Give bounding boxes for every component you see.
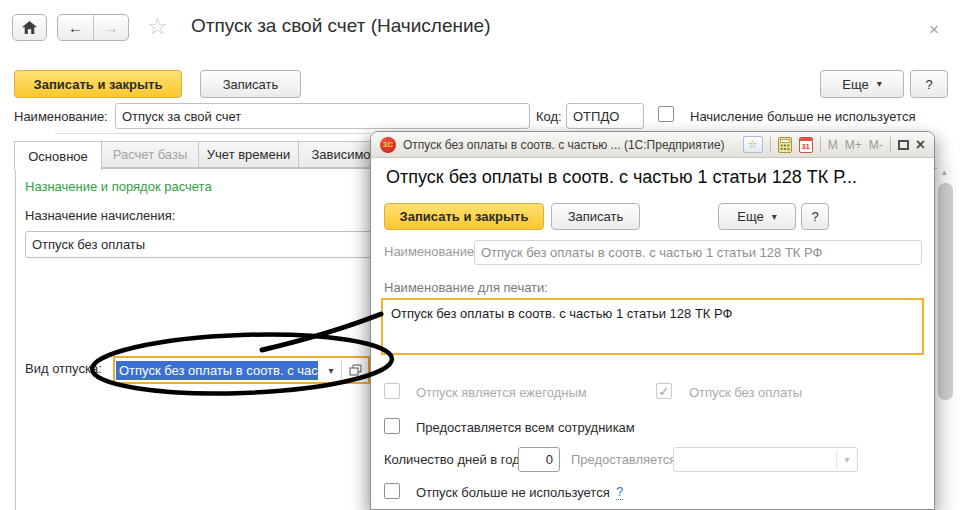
calendar-icon[interactable]: 31 [799,137,813,153]
provided-combobox: ▾ [673,447,858,472]
chevron-down-icon: ▾ [772,212,777,222]
forward-arrow-icon: → [104,19,119,36]
home-button[interactable] [12,14,47,41]
calculator-icon[interactable] [778,137,792,153]
help-button[interactable]: ? [910,70,948,98]
popup-more-label: Еще [737,209,763,224]
popup-save-and-close-label: Записать и закрыть [400,209,529,224]
chevron-down-icon: ▾ [837,454,857,465]
popup-titlebar-text: Отпуск без оплаты в соотв. с частью ... … [403,138,725,152]
popup-save-button[interactable]: Записать [551,203,640,230]
print-name-textarea[interactable]: Отпуск без оплаты в соотв. с частью 1 ст… [381,298,924,355]
help-label: ? [925,77,932,92]
forward-button[interactable]: → [93,15,128,40]
deprecated-checkbox[interactable] [658,106,674,122]
more-button[interactable]: Еще ▾ [820,70,904,98]
calendar-icon-day: 31 [802,141,810,152]
favorites-button[interactable]: ☆ [743,136,763,153]
print-name-label: Наименование для печати: [384,280,548,295]
open-form-icon [349,364,362,376]
open-form-button[interactable] [342,364,368,376]
scrollbar-thumb[interactable] [938,183,953,400]
annual-vacation-checkbox [384,383,400,399]
popup-save-and-close-button[interactable]: Записать и закрыть [384,203,544,230]
titlebar-separator [820,137,821,152]
favorite-star-icon[interactable]: ☆ [147,15,168,38]
titlebar-separator [890,137,891,152]
all-employees-checkbox[interactable] [384,418,400,434]
more-label: Еще [842,77,868,92]
tab-calc-base[interactable]: Расчет базы [101,141,199,168]
vertical-scrollbar[interactable]: ▴ [937,163,956,510]
popup-heading: Отпуск без оплаты в соотв. с частью 1 ст… [386,167,926,188]
popup-name-label: Наименование: [384,244,478,259]
provided-label: Предоставляется: [571,452,680,467]
section-header: Назначение и порядок расчета [25,179,212,194]
popup-titlebar[interactable]: 1С Отпуск без оплаты в соотв. с частью .… [371,132,934,158]
popup-more-button[interactable]: Еще ▾ [718,203,796,230]
memory-minus-button[interactable]: M- [869,138,883,152]
page-title: Отпуск за свой счет (Начисление) [191,15,491,37]
popup-help-label: ? [811,209,818,224]
tab-strip: Основное Расчет базы Учет времени Зависи… [15,141,384,170]
maximize-icon[interactable] [898,140,909,150]
code-field[interactable]: ОТПДО [566,103,644,129]
vacation-kind-label: Вид отпуска: [25,361,102,376]
vacation-kind-selected-text: Отпуск без оплаты в соотв. с час [116,361,318,380]
all-employees-label: Предоставляется всем сотрудникам [416,420,635,435]
home-icon [22,21,37,34]
name-field-label: Наименование: [14,109,108,124]
memory-button[interactable]: M [828,138,838,152]
star-icon: ☆ [748,138,758,151]
memory-plus-button[interactable]: M+ [845,138,862,152]
back-button[interactable]: ← [58,15,93,40]
titlebar-separator [770,137,771,152]
popup-help-button[interactable]: ? [801,203,829,230]
vacation-not-used-checkbox[interactable] [384,483,400,499]
scroll-up-icon[interactable]: ▴ [942,168,947,177]
popup-name-field: Отпуск без оплаты в соотв. с частью 1 ст… [474,240,922,265]
nav-group: ← → [57,14,129,41]
chevron-down-icon: ▾ [877,79,882,89]
annual-vacation-label: Отпуск является ежегодным [416,385,587,400]
popup-save-label: Записать [568,209,624,224]
unpaid-vacation-label: Отпуск без оплаты [689,385,802,400]
separator-line [55,133,370,134]
purpose-field-label: Назначение начисления: [25,208,175,223]
save-button[interactable]: Записать [200,70,301,98]
close-icon[interactable]: × [929,21,939,38]
vacation-kind-combobox[interactable]: Отпуск без оплаты в соотв. с час ▾ [113,356,370,384]
1c-logo-icon: 1С [380,137,396,153]
tab-main[interactable]: Основное [14,141,102,170]
days-per-year-label: Количество дней в год: [384,452,523,467]
name-field[interactable]: Отпуск за свой счет [115,103,530,129]
popup-window: 1С Отпуск без оплаты в соотв. с частью .… [370,131,935,510]
tab-time-tracking[interactable]: Учет времени [198,141,299,168]
save-and-close-button[interactable]: Записать и закрыть [14,70,182,98]
unpaid-vacation-checkbox [656,383,672,399]
vacation-not-used-label: Отпуск больше не используется [416,485,610,500]
save-label: Записать [223,77,279,92]
save-and-close-label: Записать и закрыть [34,77,163,92]
chevron-down-icon[interactable]: ▾ [321,365,341,376]
question-link[interactable]: ? [616,484,623,500]
popup-close-icon[interactable]: × [916,137,925,153]
deprecated-checkbox-label: Начисление больше не используется [690,109,915,124]
days-per-year-field[interactable]: 0 [518,447,560,472]
back-arrow-icon: ← [68,19,83,36]
code-field-label: Код: [536,109,562,124]
